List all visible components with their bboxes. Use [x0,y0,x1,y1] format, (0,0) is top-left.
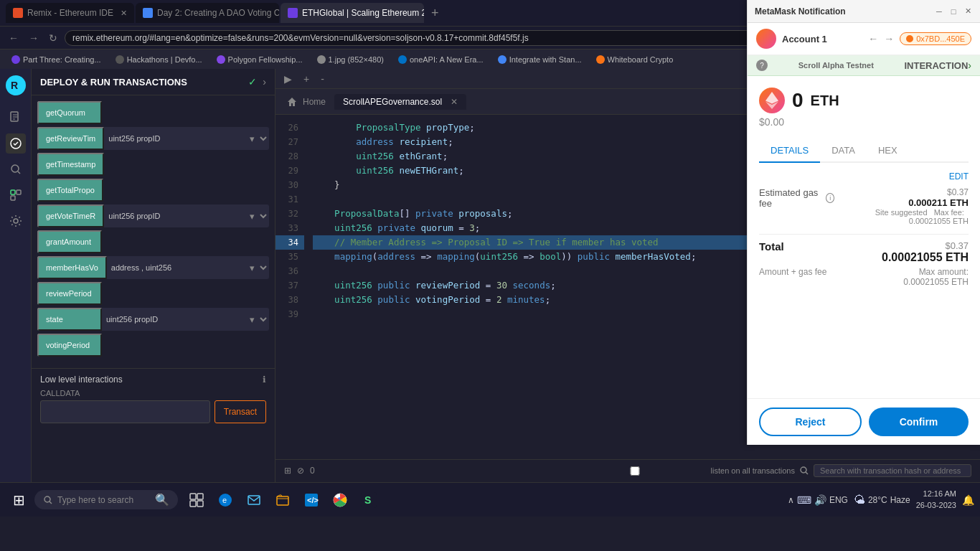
zoom-in-button[interactable]: + [301,72,312,86]
bookmark-label-polygon: Polygon Fellowship... [228,55,303,64]
sidebar-icon-files[interactable] [6,108,26,128]
mm-tabs: DETAILS DATA HEX [759,139,969,163]
bookmark-hackathons[interactable]: Hackathons | Devfo... [110,54,208,65]
mm-confirm-button[interactable]: Confirm [869,408,969,436]
taskbar-icon-mail[interactable] [241,487,267,513]
fn-dropdown-memberHasVo[interactable]: ▾ [244,256,269,279]
tab-home[interactable]: Home [281,94,331,110]
fn-input-getVoteTimeR[interactable] [104,204,244,227]
bookmark-oneapi[interactable]: oneAPI: A New Era... [392,54,489,65]
refresh-button[interactable]: ↻ [46,31,60,45]
file-tab-close[interactable]: ✕ [451,97,458,107]
mm-account-arrow-right[interactable]: → [884,33,894,44]
taskbar-weather[interactable]: 🌤 28°C Haze [854,494,910,507]
search-icon[interactable] [799,466,809,476]
taskbar-search[interactable]: Type here to search 🔍 [34,490,178,509]
mm-edit-button[interactable]: EDIT [759,171,969,182]
bookmark-part3[interactable]: Part Three: Creating... [6,54,107,65]
console-expand-icon[interactable]: ⊞ [284,466,291,476]
taskbar-icon-s[interactable]: S [356,487,382,513]
sidebar-icon-deploy[interactable] [6,133,26,154]
tab-remix[interactable]: Remix - Ethereum IDE ✕ [6,3,134,23]
tab-dao[interactable]: Day 2: Creating A DAO Voting Co... ✕ [136,3,279,23]
taskbar-icon-task-view[interactable] [184,487,209,513]
fn-btn-getVoteTimeR[interactable]: getVoteTimeR [37,204,104,227]
forward-button[interactable]: → [26,31,42,45]
mm-maximize-button[interactable]: □ [948,6,958,17]
mm-reject-button[interactable]: Reject [759,408,862,436]
fn-btn-getReviewTime[interactable]: getReviewTim [37,127,104,150]
fn-dropdown-getReviewTime[interactable]: ▾ [244,127,269,150]
taskbar-icon-edge[interactable]: e [212,487,238,513]
fn-btn-grantAmount[interactable]: grantAmount [37,230,102,253]
tray-language[interactable]: ENG [829,495,848,505]
listen-checkbox[interactable] [563,466,707,476]
low-level-info-icon[interactable]: ℹ [263,375,266,385]
run-button[interactable]: ▶ [281,72,295,86]
bookmark-label-whiteboard: Whiteboard Crypto [608,55,674,64]
mm-close-button[interactable]: ✕ [963,6,973,17]
tab-favicon-remix [13,8,23,18]
taskbar-search-text: Type here to search [57,495,133,505]
mm-help-icon[interactable]: ? [756,60,768,71]
notification-icon[interactable]: 🔔 [962,494,974,506]
taskbar-icon-explorer[interactable] [270,487,296,513]
fn-input-getReviewTime[interactable] [104,127,244,150]
bookmark-whiteboard[interactable]: Whiteboard Crypto [590,54,679,65]
mm-gas-info-icon[interactable]: i [826,193,834,203]
mm-footer: Reject Confirm [748,398,980,445]
console-clear-icon[interactable]: ⊘ [297,466,304,476]
mm-chevron-icon: › [968,60,971,71]
deploy-expand-icon[interactable]: › [263,76,266,88]
sidebar-icon-settings[interactable] [6,211,26,231]
bookmark-stan[interactable]: Integrate with Stan... [492,54,588,65]
fn-input-memberHasVo[interactable] [107,256,244,279]
svg-rect-7 [11,196,15,200]
console-search-input[interactable] [814,464,971,477]
mm-tab-details[interactable]: DETAILS [759,139,820,163]
sidebar-icon-plugins[interactable] [6,185,26,205]
fn-dropdown-getVoteTimeR[interactable]: ▾ [244,204,269,227]
fn-btn-state[interactable]: state [37,308,102,331]
new-tab-button[interactable]: + [425,6,445,21]
home-tab-label: Home [303,97,326,107]
taskbar-icon-chrome[interactable] [327,487,353,513]
bookmark-polygon[interactable]: Polygon Fellowship... [211,54,308,65]
bookmark-label-stan: Integrate with Stan... [509,55,582,64]
fn-input-state[interactable] [102,308,244,331]
fn-dropdown-state[interactable]: ▾ [244,308,269,331]
transact-button[interactable]: Transact [215,400,266,423]
start-button[interactable]: ⊞ [6,487,32,513]
fn-btn-getTimestamp[interactable]: getTimestamp [37,153,104,176]
mm-minimize-button[interactable]: ─ [934,6,944,17]
zoom-out-button[interactable]: - [318,72,327,86]
tab-file[interactable]: ScrollAPEGovernance.sol ✕ [334,94,466,110]
svg-point-8 [14,219,18,223]
fn-btn-getQuorum[interactable]: getQuorum [37,101,102,124]
mm-total-value: $0.37 0.00021055 ETH [882,240,969,264]
tray-expand[interactable]: ∧ [788,495,794,505]
mm-max-amount-label: Max amount: [903,267,969,277]
tab-ethglobal[interactable]: ETHGlobal | Scaling Ethereum 20... ✕ [281,3,424,23]
taskbar-icon-vscode[interactable]: </> [298,487,324,513]
taskbar-time[interactable]: 12:16 AM 26-03-2023 [916,489,956,511]
bookmark-jpg[interactable]: 1.jpg (852×480) [311,54,390,65]
mm-account-arrow-left[interactable]: ← [868,33,878,44]
back-button[interactable]: ← [6,31,22,45]
metamask-panel: MetaMask Notification ─ □ ✕ Account 1 ← … [747,0,980,445]
mm-amount-fee-value: Max amount: 0.00021055 ETH [903,267,969,287]
sidebar-icon-search[interactable] [6,159,26,179]
mm-address-badge[interactable]: 0x7BD...450E [900,32,971,45]
fn-btn-votingPeriod[interactable]: votingPeriod [37,334,102,357]
tray-volume[interactable]: 🔊 [814,494,826,506]
fn-btn-getTotalPropo[interactable]: getTotalPropo [37,179,103,202]
fn-btn-memberHasVo[interactable]: memberHasVo [37,256,107,279]
mm-interaction-bar: ? Scroll Alpha Testnet INTERACTION › [748,55,980,76]
mm-tab-data[interactable]: DATA [820,139,867,161]
tab-close-remix[interactable]: ✕ [121,9,127,18]
console-toolbar: ⊞ ⊘ 0 listen on all transactions [284,464,971,477]
mm-tab-hex[interactable]: HEX [867,139,909,161]
fn-btn-reviewPeriod[interactable]: reviewPeriod [37,282,102,305]
taskbar-right: ∧ ⌨ 🔊 ENG 🌤 28°C Haze 12:16 AM 26-03-202… [788,489,974,511]
calldata-input[interactable] [40,400,210,423]
